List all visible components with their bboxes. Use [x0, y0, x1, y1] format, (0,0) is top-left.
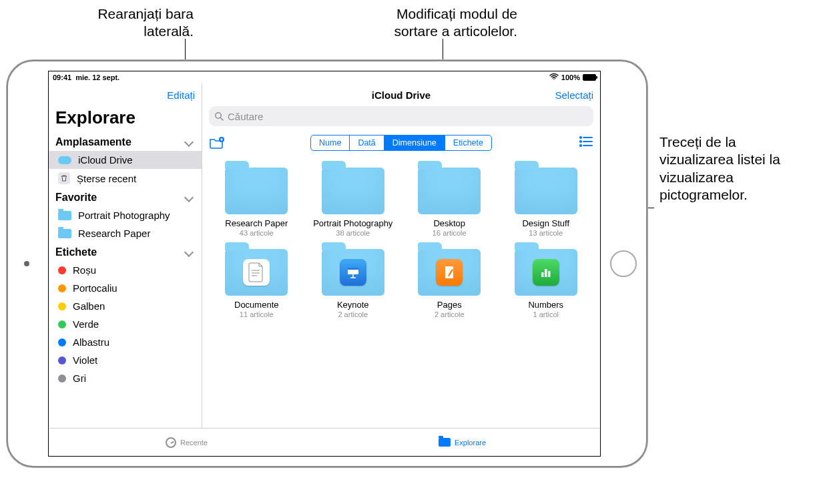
tab-label: Explorare — [455, 439, 486, 447]
tag-color-dot — [58, 374, 66, 383]
folder-subtitle: 16 articole — [433, 229, 467, 237]
folder-subtitle: 2 articole — [338, 310, 368, 318]
sort-segmented-control: Nume Dată Dimensiune Etichete — [310, 135, 492, 151]
screen: 09:41 mie. 12 sept. 100% Editați Explora… — [48, 71, 601, 457]
sort-option-name[interactable]: Nume — [311, 136, 350, 150]
section-favorites[interactable]: Favorite — [49, 188, 202, 206]
sidebar-item-tag[interactable]: Roșu — [49, 261, 202, 279]
svg-point-5 — [580, 141, 581, 142]
section-locations-label: Amplasamente — [55, 136, 131, 148]
svg-rect-18 — [545, 269, 547, 277]
content-nav: iCloud Drive Selectați — [202, 83, 600, 106]
folder-icon — [225, 168, 288, 214]
battery-percent: 100% — [561, 73, 580, 81]
content-title: iCloud Drive — [372, 89, 431, 101]
toolbar-row: Nume Dată Dimensiune Etichete — [202, 132, 600, 154]
svg-line-1 — [220, 117, 223, 120]
home-button[interactable] — [610, 250, 637, 277]
chevron-down-icon — [184, 138, 194, 147]
sidebar-item-icloud-drive[interactable]: iCloud Drive — [49, 151, 202, 169]
tag-color-dot — [58, 302, 66, 310]
sidebar-item-label: Research Paper — [78, 228, 150, 239]
section-locations[interactable]: Amplasamente — [49, 132, 202, 151]
tab-recents[interactable]: Recente — [49, 429, 324, 456]
folder-tile[interactable]: Documente 11 articole — [212, 249, 302, 318]
wifi-icon — [549, 73, 559, 81]
folder-tile[interactable]: Pages 2 articole — [404, 249, 495, 318]
sidebar-item-label: iCloud Drive — [78, 154, 133, 166]
section-tags-label: Etichete — [55, 246, 97, 258]
battery-icon — [583, 74, 596, 81]
folder-name: Portrait Photography — [313, 218, 392, 228]
sort-option-tags[interactable]: Etichete — [445, 136, 491, 150]
folder-subtitle: 13 articole — [529, 229, 563, 237]
sort-option-size[interactable]: Dimensiune — [384, 136, 445, 150]
sidebar-item-recently-deleted[interactable]: Șterse recent — [49, 169, 202, 188]
sidebar-item-tag[interactable]: Portocaliu — [49, 279, 202, 297]
folder-icon — [225, 249, 288, 296]
folder-icon — [58, 229, 71, 238]
numbers-thumb-icon — [533, 259, 559, 286]
status-time: 09:41 — [53, 73, 71, 81]
keynote-thumb-icon — [340, 259, 366, 286]
sidebar-item-favorite[interactable]: Portrait Photography — [49, 206, 202, 224]
sidebar-item-label: Violet — [73, 354, 97, 366]
svg-rect-16 — [445, 266, 453, 278]
trash-icon — [58, 172, 70, 184]
folder-name: Research Paper — [225, 218, 288, 228]
tag-color-dot — [58, 356, 66, 364]
sidebar-item-label: Portrait Photography — [78, 210, 170, 221]
callout-sort: Modificați modul de sortare a articolelo… — [364, 5, 517, 41]
folder-subtitle: 1 articol — [533, 310, 559, 318]
sidebar-item-tag[interactable]: Galben — [49, 297, 202, 315]
callout-view: Treceți de la vizualizarea listei la viz… — [659, 134, 806, 204]
svg-rect-19 — [548, 271, 551, 277]
tab-browse[interactable]: Explorare — [324, 429, 600, 456]
folder-tile[interactable]: Design Stuff 13 articole — [501, 168, 591, 237]
clock-icon — [166, 437, 176, 448]
sidebar-title: Explorare — [49, 106, 202, 132]
folder-tile[interactable]: Desktop 16 articole — [404, 168, 495, 237]
tag-color-dot — [58, 266, 66, 274]
folder-name: Numbers — [528, 300, 563, 310]
chevron-down-icon — [184, 193, 194, 202]
sort-option-date[interactable]: Dată — [350, 136, 384, 150]
folder-tile[interactable]: Numbers 1 articol — [501, 249, 591, 318]
new-folder-button[interactable] — [209, 136, 225, 150]
svg-rect-13 — [348, 268, 358, 270]
sidebar-item-label: Roșu — [73, 264, 96, 276]
svg-rect-17 — [541, 272, 544, 277]
folder-subtitle: 43 articole — [240, 229, 274, 237]
folder-icon — [439, 438, 451, 447]
sidebar-item-label: Gri — [73, 372, 86, 384]
sidebar-item-tag[interactable]: Verde — [49, 315, 202, 333]
folder-tile[interactable]: Portrait Photography 38 articole — [308, 168, 398, 237]
folder-name: Documente — [234, 300, 278, 310]
folder-icon — [322, 168, 384, 214]
chevron-down-icon — [184, 248, 194, 257]
device-frame: 09:41 mie. 12 sept. 100% Editați Explora… — [7, 60, 647, 467]
sidebar-item-tag[interactable]: Violet — [49, 351, 202, 369]
folder-tile[interactable]: Keynote 2 articole — [308, 249, 398, 318]
folder-icon — [418, 249, 481, 296]
search-icon — [214, 111, 224, 121]
tag-color-dot — [58, 320, 66, 328]
svg-point-3 — [580, 137, 581, 138]
search-input[interactable]: Căutare — [209, 106, 593, 126]
sidebar-item-favorite[interactable]: Research Paper — [49, 224, 202, 242]
folder-icon — [58, 211, 71, 220]
section-tags[interactable]: Etichete — [49, 242, 202, 261]
sidebar-item-tag[interactable]: Gri — [49, 369, 202, 387]
folder-name: Keynote — [337, 300, 369, 310]
status-date: mie. 12 sept. — [75, 73, 119, 81]
edit-button[interactable]: Editați — [167, 89, 195, 101]
tag-color-dot — [58, 284, 66, 292]
folder-subtitle: 38 articole — [336, 229, 370, 237]
folder-tile[interactable]: Research Paper 43 articole — [212, 168, 302, 237]
icloud-icon — [58, 156, 71, 164]
select-button[interactable]: Selectați — [555, 89, 593, 101]
view-toggle-button[interactable] — [579, 136, 593, 150]
sidebar-item-tag[interactable]: Albastru — [49, 333, 202, 351]
folder-icon — [515, 168, 577, 214]
folder-name: Design Stuff — [522, 218, 569, 228]
